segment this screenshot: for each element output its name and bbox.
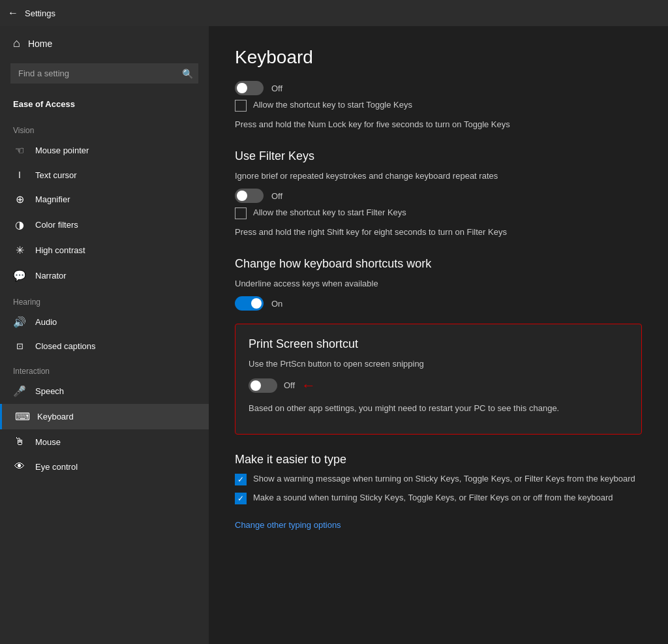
sidebar-label: Color filters <box>35 220 78 230</box>
title-bar: ← Settings <box>0 0 668 26</box>
closed-captions-icon: ⊡ <box>13 341 26 351</box>
easier-to-type-title: Make it easier to type <box>235 453 642 467</box>
audio-icon: 🔊 <box>13 316 26 328</box>
print-screen-box: Print Screen shortcut Use the PrtScn but… <box>235 324 642 435</box>
sidebar-item-magnifier[interactable]: ⊕ Magnifier <box>0 187 209 212</box>
sidebar-label: High contrast <box>35 245 85 255</box>
window-title: Settings <box>25 8 55 18</box>
sidebar-item-narrator[interactable]: 💬 Narrator <box>0 263 209 288</box>
search-icon: 🔍 <box>182 69 193 79</box>
change-typing-options-link[interactable]: Change other typing options <box>235 520 341 530</box>
sidebar-label: Eye control <box>35 462 78 472</box>
sidebar-label: Text cursor <box>35 170 77 180</box>
sidebar-item-audio[interactable]: 🔊 Audio <box>0 309 209 335</box>
mouse-icon: 🖱 <box>13 436 26 448</box>
toggle-keys-toggle[interactable] <box>235 81 264 95</box>
toggle-thumb <box>251 298 262 309</box>
sidebar-item-mouse[interactable]: 🖱 Mouse <box>0 429 209 454</box>
keyboard-shortcuts-title: Change how keyboard shortcuts work <box>235 257 642 271</box>
toggle-keys-toggle-row: Off <box>235 81 642 95</box>
sidebar-item-text-cursor[interactable]: I Text cursor <box>0 163 209 187</box>
sidebar-item-closed-captions[interactable]: ⊡ Closed captions <box>0 335 209 358</box>
ease-of-access-label: Ease of Access <box>0 94 209 117</box>
toggle-keys-desc: Press and hold the Num Lock key for five… <box>235 118 642 131</box>
filter-keys-checkbox-label: Allow the shortcut key to start Filter K… <box>253 207 406 219</box>
underline-toggle-label: On <box>271 299 282 309</box>
toggle-thumb <box>237 191 247 201</box>
magnifier-icon: ⊕ <box>13 193 26 206</box>
filter-keys-toggle-row: Off <box>235 189 642 203</box>
underline-toggle-row: On <box>235 296 642 311</box>
toggle-keys-checkbox-label: Allow the shortcut key to start Toggle K… <box>253 99 412 111</box>
narrator-icon: 💬 <box>13 269 26 282</box>
sticky-keys-sound-label: Make a sound when turning Sticky Keys, T… <box>253 492 613 504</box>
sidebar-label: Mouse <box>35 437 61 447</box>
sticky-keys-sound-checkbox[interactable] <box>235 493 247 504</box>
filter-keys-toggle[interactable] <box>235 189 264 203</box>
print-screen-title: Print Screen shortcut <box>249 337 628 351</box>
search-input[interactable] <box>10 63 198 84</box>
underline-toggle[interactable] <box>235 296 264 311</box>
main-content: Keyboard Off Allow the shortcut key to s… <box>209 26 668 644</box>
sidebar: ⌂ Home 🔍 Ease of Access Vision ☜ Mouse p… <box>0 26 209 644</box>
toggle-thumb <box>237 83 247 93</box>
sidebar-label: Keyboard <box>37 412 74 422</box>
text-cursor-icon: I <box>13 170 26 180</box>
sidebar-item-eye-control[interactable]: 👁 Eye control <box>0 454 209 479</box>
print-screen-restart-note: Based on other app settings, you might n… <box>249 402 628 415</box>
sidebar-item-speech[interactable]: 🎤 Speech <box>0 378 209 404</box>
sticky-keys-sound-checkbox-row: Make a sound when turning Sticky Keys, T… <box>235 492 642 504</box>
toggle-keys-label: Off <box>271 84 282 93</box>
sticky-keys-warning-checkbox-row: Show a warning message when turning on S… <box>235 473 642 485</box>
toggle-keys-checkbox[interactable] <box>235 100 247 112</box>
print-screen-toggle[interactable] <box>249 378 277 393</box>
sidebar-item-keyboard[interactable]: ⌨ Keyboard <box>0 404 209 429</box>
filter-keys-title: Use Filter Keys <box>235 149 642 163</box>
sidebar-item-home[interactable]: ⌂ Home <box>0 26 209 61</box>
hearing-group-label: Hearing <box>0 288 209 309</box>
sidebar-label: Speech <box>35 386 64 396</box>
sidebar-label: Closed captions <box>35 341 96 351</box>
vision-group-label: Vision <box>0 117 209 138</box>
sticky-keys-warning-label: Show a warning message when turning on S… <box>253 473 635 485</box>
filter-keys-desc: Ignore brief or repeated keystrokes and … <box>235 170 642 183</box>
filter-keys-checkbox-desc: Press and hold the right Shift key for e… <box>235 226 642 239</box>
sidebar-item-color-filters[interactable]: ◑ Color filters <box>0 212 209 238</box>
sidebar-item-mouse-pointer[interactable]: ☜ Mouse pointer <box>0 138 209 163</box>
back-button[interactable]: ← <box>8 7 18 19</box>
home-icon: ⌂ <box>13 37 20 50</box>
toggle-keys-checkbox-row: Allow the shortcut key to start Toggle K… <box>235 99 642 112</box>
filter-keys-checkbox-row: Allow the shortcut key to start Filter K… <box>235 207 642 219</box>
filter-keys-toggle-label: Off <box>271 191 282 201</box>
filter-keys-checkbox[interactable] <box>235 207 247 219</box>
sidebar-label: Narrator <box>35 271 67 281</box>
sidebar-label: Magnifier <box>35 194 70 204</box>
mouse-pointer-icon: ☜ <box>13 144 26 157</box>
sticky-keys-warning-checkbox[interactable] <box>235 474 247 485</box>
sidebar-label: Audio <box>35 317 57 327</box>
interaction-group-label: Interaction <box>0 358 209 378</box>
print-screen-desc: Use the PrtScn button to open screen sni… <box>249 358 628 371</box>
keyboard-icon: ⌨ <box>15 410 28 423</box>
eye-control-icon: 👁 <box>13 461 26 472</box>
sidebar-label: Mouse pointer <box>35 146 89 155</box>
toggle-thumb <box>250 380 261 391</box>
high-contrast-icon: ✳ <box>13 244 26 256</box>
search-box: 🔍 <box>10 63 198 84</box>
color-filters-icon: ◑ <box>13 219 26 231</box>
speech-icon: 🎤 <box>13 385 26 397</box>
underline-label: Underline access keys when available <box>235 277 642 290</box>
home-label: Home <box>28 38 52 49</box>
sidebar-item-high-contrast[interactable]: ✳ High contrast <box>0 238 209 263</box>
print-screen-toggle-label: Off <box>284 380 295 390</box>
print-screen-toggle-row: Off ← <box>249 377 628 394</box>
page-title: Keyboard <box>235 47 642 68</box>
red-arrow-icon: ← <box>301 377 316 394</box>
main-layout: ⌂ Home 🔍 Ease of Access Vision ☜ Mouse p… <box>0 26 668 644</box>
